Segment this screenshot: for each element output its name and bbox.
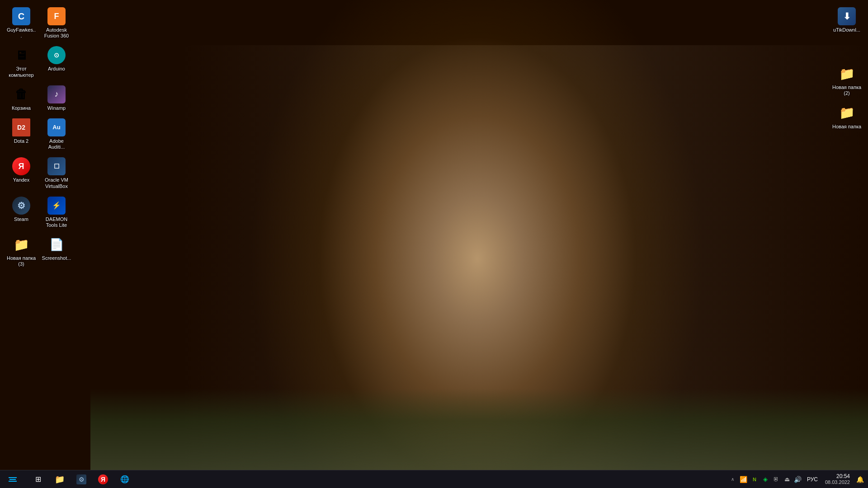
desktop-icon-folder-new[interactable]: 📁 Новая папка xyxy=(830,101,863,132)
desktop-icons-right: ⬇ uTikDownl... 📁 Новая папка (2) 📁 Новая… xyxy=(830,5,863,132)
recycle-bin-label: Корзина xyxy=(12,105,31,111)
bg-grass xyxy=(90,389,868,470)
arduino-icon: ⊙ xyxy=(47,46,66,64)
recycle-bin-icon: 🗑 xyxy=(12,85,30,103)
winamp-icon: ♪ xyxy=(47,85,66,103)
desktop-icon-screenshot[interactable]: 📄 Screenshot... xyxy=(40,233,73,270)
yandex-icon: Я xyxy=(12,157,30,175)
taskbar: ⊞ 📁 ⚙ Я 🌐 ∧ 📶 xyxy=(0,470,868,488)
taskbar-pin-steam[interactable]: ⚙ xyxy=(71,470,92,488)
clock-date: 08.03.2022 xyxy=(825,479,850,485)
dota2-label: Dota 2 xyxy=(14,138,28,144)
notification-center-icon[interactable]: 🔔 xyxy=(855,475,864,484)
utikdownl-label: uTikDownl... xyxy=(833,27,860,33)
desktop-icon-winamp[interactable]: ♪ Winamp xyxy=(40,83,73,114)
desktop-icon-autodesk-fusion360[interactable]: F Autodesk Fusion 360 xyxy=(40,5,73,42)
start-button[interactable] xyxy=(2,470,24,488)
guyfawkes-label: GuyFawkes... xyxy=(6,27,36,39)
adobe-audition-icon: Au xyxy=(47,118,66,136)
desktop-icon-this-computer[interactable]: 🖥 Этот компьютер xyxy=(5,43,38,80)
desktop-icons-left: C GuyFawkes... F Autodesk Fusion 360 🖥 Э… xyxy=(5,5,73,270)
browser-taskbar-icon: 🌐 xyxy=(120,474,130,484)
this-computer-label: Этот компьютер xyxy=(6,66,36,78)
virtualbox-label: Oracle VM VirtualBox xyxy=(42,177,71,189)
arduino-label: Arduino xyxy=(48,66,65,72)
daemon-tools-icon: ⚡ xyxy=(47,197,66,215)
file-explorer-icon: 📁 xyxy=(55,474,65,484)
screenshot-label: Screenshot... xyxy=(42,255,71,261)
daemon-tools-label: DAEMON Tools Lite xyxy=(42,216,71,228)
guyfawkes-icon: C xyxy=(12,7,30,25)
icon-row-2: 🗑 Корзина ♪ Winamp xyxy=(5,83,73,114)
tray-usb-icon[interactable]: ⏏ xyxy=(783,475,792,484)
folder-3-label: Новая папка (3) xyxy=(6,255,36,267)
taskbar-pins: ⊞ 📁 ⚙ Я 🌐 xyxy=(25,470,377,488)
clock-time: 20:54 xyxy=(836,473,850,479)
dota2-icon: D2 xyxy=(12,118,30,136)
icon-row-3: D2 Dota 2 Au Adobe Auditi... xyxy=(5,116,73,153)
autodesk-fusion360-label: Autodesk Fusion 360 xyxy=(42,27,71,39)
system-tray: ∧ 📶 N ◈ ⛨ ⏏ 🔊 РУС 20:54 08.03.2022 🔔 xyxy=(725,470,868,488)
icon-row-4: Я Yandex ☐ Oracle VM VirtualBox xyxy=(5,155,73,192)
desktop-icon-guyfawkes[interactable]: C GuyFawkes... xyxy=(5,5,38,42)
tray-network-icon[interactable]: 📶 xyxy=(739,475,748,484)
desktop-icon-arduino[interactable]: ⊙ Arduino xyxy=(40,43,73,80)
taskbar-pin-browser[interactable]: 🌐 xyxy=(114,470,136,488)
virtualbox-icon: ☐ xyxy=(47,157,66,175)
icon-row-6: 📁 Новая папка (3) 📄 Screenshot... xyxy=(5,233,73,270)
tray-antivirus-icon[interactable]: ◈ xyxy=(761,475,770,484)
desktop-icon-utikdownl[interactable]: ⬇ uTikDownl... xyxy=(830,5,863,36)
icon-row-1: 🖥 Этот компьютер ⊙ Arduino xyxy=(5,43,73,80)
yandex-browser-taskbar-icon: Я xyxy=(98,474,108,484)
screenshot-icon: 📄 xyxy=(47,235,66,253)
taskbar-pin-task-view[interactable]: ⊞ xyxy=(27,470,49,488)
icon-row-0: C GuyFawkes... F Autodesk Fusion 360 xyxy=(5,5,73,42)
tray-nvidia-icon[interactable]: N xyxy=(750,475,759,484)
tray-vpn-icon[interactable]: ⛨ xyxy=(772,475,781,484)
desktop-icon-folder-3[interactable]: 📁 Новая папка (3) xyxy=(5,233,38,270)
icon-row-5: ⚙ Steam ⚡ DAEMON Tools Lite xyxy=(5,194,73,231)
desktop-icon-folder-new-2[interactable]: 📁 Новая папка (2) xyxy=(830,62,863,99)
autodesk-fusion360-icon: F xyxy=(47,7,66,25)
desktop-icon-recycle-bin[interactable]: 🗑 Корзина xyxy=(5,83,38,114)
desktop: C GuyFawkes... F Autodesk Fusion 360 🖥 Э… xyxy=(0,0,868,488)
folder-3-icon: 📁 xyxy=(12,235,30,253)
desktop-icon-steam[interactable]: ⚙ Steam xyxy=(5,194,38,231)
adobe-audition-label: Adobe Auditi... xyxy=(42,138,71,150)
winamp-label: Winamp xyxy=(47,105,66,111)
utikdownl-icon: ⬇ xyxy=(838,7,856,25)
taskbar-pin-file-explorer[interactable]: 📁 xyxy=(49,470,71,488)
desktop-background xyxy=(0,0,868,470)
steam-icon: ⚙ xyxy=(12,197,30,215)
this-computer-icon: 🖥 xyxy=(12,46,30,64)
tray-hidden-icons[interactable]: ∧ xyxy=(728,475,737,484)
tray-volume-icon[interactable]: 🔊 xyxy=(793,475,802,484)
steam-taskbar-icon: ⚙ xyxy=(76,474,86,484)
desktop-icon-dota2[interactable]: D2 Dota 2 xyxy=(5,116,38,153)
yandex-label: Yandex xyxy=(13,177,30,183)
desktop-icon-adobe-audition[interactable]: Au Adobe Auditi... xyxy=(40,116,73,153)
start-area xyxy=(0,470,25,488)
task-view-icon: ⊞ xyxy=(33,474,43,484)
clock-area[interactable]: 20:54 08.03.2022 xyxy=(822,470,853,488)
folder-new-2-icon: 📁 xyxy=(838,65,856,83)
taskbar-pin-yandex[interactable]: Я xyxy=(92,470,114,488)
language-indicator[interactable]: РУС xyxy=(804,476,821,483)
desktop-icon-yandex[interactable]: Я Yandex xyxy=(5,155,38,192)
desktop-icon-daemon-tools[interactable]: ⚡ DAEMON Tools Lite xyxy=(40,194,73,231)
folder-new-2-label: Новая папка (2) xyxy=(832,84,862,96)
folder-new-icon: 📁 xyxy=(838,104,856,122)
folder-new-label: Новая папка xyxy=(832,124,861,130)
desktop-icon-virtualbox[interactable]: ☐ Oracle VM VirtualBox xyxy=(40,155,73,192)
start-icon xyxy=(8,474,18,484)
steam-label: Steam xyxy=(14,216,28,222)
